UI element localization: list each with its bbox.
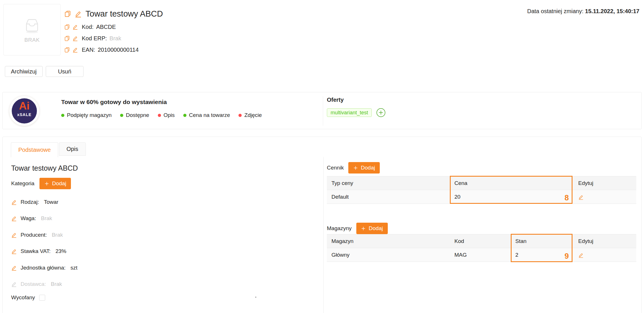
field-value: Towar bbox=[44, 199, 58, 205]
readiness-card: Ai xSALE Towar w 60% gotowy do wystawien… bbox=[2, 92, 642, 129]
category-label: Kategoria bbox=[11, 180, 34, 187]
pricing-title: Cennik bbox=[327, 165, 344, 171]
edit-cell bbox=[574, 190, 636, 204]
warehouses-table-header: Magazyn Kod Stan Edytuj bbox=[327, 234, 636, 248]
field-dostawca: Dostawca: Brak bbox=[11, 280, 62, 288]
field-label: Dostawca: bbox=[21, 281, 46, 287]
warehouses-table-row: Główny MAG 2 bbox=[327, 248, 636, 262]
meta-label: Kod ERP: bbox=[82, 35, 107, 42]
field-value: szt bbox=[70, 265, 77, 271]
field-stawka-vat: Stawka VAT: 23% bbox=[11, 248, 66, 255]
warehouse-name-cell: Główny bbox=[327, 248, 450, 262]
add-warehouse-label: Dodaj bbox=[369, 225, 383, 232]
meta-value: ABCDE bbox=[96, 24, 116, 30]
field-rodzaj: Rodzaj: Towar bbox=[11, 198, 58, 206]
status-item: Cena na towarze bbox=[183, 112, 230, 118]
status-item: Podpięty magazyn bbox=[61, 112, 112, 118]
last-change-label: Data ostatniej zmiany: bbox=[527, 8, 584, 14]
withdrawn-checkbox[interactable] bbox=[39, 295, 45, 301]
details-product-title: Towar testowy ABCD bbox=[11, 164, 78, 172]
edit-icon[interactable] bbox=[11, 265, 17, 271]
field-value: 23% bbox=[55, 248, 66, 254]
product-header: Towar testowy ABCD Kod: ABCDE Kod ERP: B… bbox=[64, 9, 163, 53]
price-type-cell: Default bbox=[327, 190, 450, 204]
field-producent: Producent: Brak bbox=[11, 231, 63, 239]
status-item: Dostępne bbox=[120, 112, 149, 118]
vertical-divider bbox=[323, 157, 324, 313]
edit-icon bbox=[11, 281, 17, 287]
status-label: Cena na towarze bbox=[189, 112, 230, 118]
warehouses-title: Magazyny bbox=[327, 225, 352, 232]
plus-icon bbox=[44, 181, 49, 186]
status-dot bbox=[61, 114, 64, 117]
edit-icon[interactable] bbox=[72, 24, 78, 30]
copy-icon[interactable] bbox=[64, 11, 71, 17]
meta-row-ean: EAN: 2010000000114 bbox=[64, 46, 163, 53]
copy-icon[interactable] bbox=[64, 24, 70, 30]
archive-button[interactable]: Archiwizuj bbox=[5, 66, 43, 77]
column-header: Stan bbox=[511, 234, 574, 248]
withdrawn-row: Wycofany bbox=[11, 294, 45, 301]
add-price-label: Dodaj bbox=[361, 165, 375, 171]
page-title: Towar testowy ABCD bbox=[86, 9, 163, 19]
photo-placeholder-label: BRAK bbox=[4, 37, 60, 43]
tab-bar: Podstawowe Opis bbox=[11, 142, 87, 157]
tab-podstawowe[interactable]: Podstawowe bbox=[11, 142, 58, 157]
meta-value: Brak bbox=[110, 35, 121, 42]
warehouses-header: Magazyny Dodaj bbox=[327, 223, 388, 234]
warehouses-table: Magazyn Kod Stan Edytuj Główny MAG 2 bbox=[327, 234, 636, 262]
readiness-items: Podpięty magazyn Dostępne Opis Cena na t… bbox=[61, 112, 262, 118]
edit-icon[interactable] bbox=[11, 248, 17, 254]
status-label: Zdjęcie bbox=[244, 112, 262, 118]
offer-tag[interactable]: multivariant_test bbox=[327, 108, 372, 117]
status-label: Podpięty magazyn bbox=[67, 112, 112, 118]
edit-icon[interactable] bbox=[11, 232, 17, 238]
copy-icon[interactable] bbox=[64, 36, 70, 41]
edit-cell bbox=[574, 248, 636, 262]
add-price-button[interactable]: Dodaj bbox=[348, 162, 380, 174]
tab-opis[interactable]: Opis bbox=[59, 142, 86, 156]
meta-value: 2010000000114 bbox=[98, 47, 139, 53]
edit-icon[interactable] bbox=[72, 47, 78, 53]
add-category-label: Dodaj bbox=[52, 180, 66, 187]
meta-label: EAN: bbox=[82, 47, 95, 53]
edit-icon[interactable] bbox=[72, 35, 78, 41]
add-warehouse-button[interactable]: Dodaj bbox=[356, 223, 388, 234]
product-title-row: Towar testowy ABCD bbox=[64, 9, 163, 19]
category-row: Kategoria Dodaj bbox=[11, 178, 71, 189]
field-jednostka: Jednostka główna: szt bbox=[11, 264, 77, 272]
offers-title: Oferty bbox=[327, 97, 385, 103]
pricing-table-header: Typ ceny Cena Edytuj bbox=[327, 176, 636, 190]
edit-icon[interactable] bbox=[11, 216, 17, 221]
field-label: Producent: bbox=[21, 232, 47, 238]
xsale-logo: Ai xSALE bbox=[9, 96, 39, 126]
column-header: Kod bbox=[450, 234, 511, 248]
vertical-divider bbox=[323, 96, 323, 125]
last-change-value: 15.11.2022, 15:40:17 bbox=[585, 8, 639, 14]
field-label: Jednostka główna: bbox=[21, 265, 65, 271]
status-dot bbox=[158, 114, 161, 117]
edit-icon[interactable] bbox=[578, 194, 584, 200]
field-value: Brak bbox=[52, 232, 63, 238]
add-category-button[interactable]: Dodaj bbox=[39, 178, 71, 189]
status-dot bbox=[238, 114, 242, 117]
delete-button[interactable]: Usuń bbox=[46, 66, 84, 77]
meta-label: Kod: bbox=[82, 24, 94, 30]
field-waga: Waga: Brak bbox=[11, 215, 52, 222]
copy-icon[interactable] bbox=[64, 47, 70, 53]
column-header: Cena bbox=[450, 176, 574, 190]
add-offer-button[interactable] bbox=[376, 108, 385, 117]
plus-icon bbox=[361, 226, 366, 231]
price-value-cell: 20 bbox=[450, 190, 574, 204]
field-value: Brak bbox=[41, 215, 52, 222]
edit-icon[interactable] bbox=[578, 252, 584, 258]
action-buttons: Archiwizuj Usuń bbox=[5, 66, 84, 77]
status-label: Opis bbox=[164, 112, 175, 118]
product-photo-placeholder: BRAK bbox=[3, 4, 61, 55]
edit-icon[interactable] bbox=[75, 10, 82, 17]
status-dot bbox=[120, 114, 123, 117]
edit-icon[interactable] bbox=[11, 199, 17, 205]
column-header: Edytuj bbox=[574, 176, 636, 190]
last-change-date: Data ostatniej zmiany: 15.11.2022, 15:40… bbox=[527, 8, 640, 15]
pricing-header: Cennik Dodaj bbox=[327, 162, 380, 174]
